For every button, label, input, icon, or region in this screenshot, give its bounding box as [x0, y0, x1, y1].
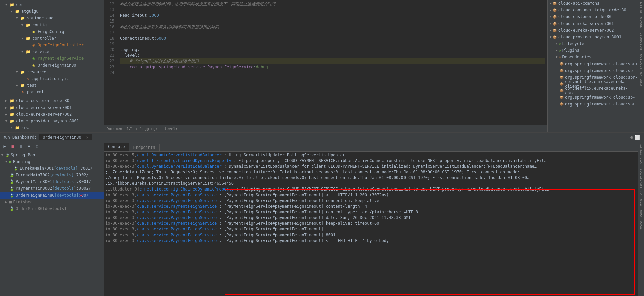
run-label-payment8001: PaymentMain8001 — [16, 179, 52, 184]
run-tree-springboot[interactable]: ▼ 🍃 Spring Boot — [0, 152, 104, 158]
tree-item-cloud-eureka7002[interactable]: ▶ 📁 cloud-eureka-server7002 — [0, 111, 104, 118]
tree-item-src[interactable]: ▶ 📁 src — [0, 124, 104, 131]
run-tree-payment8002[interactable]: 🍃 PaymentMain8002 [devtools] :8002/ — [0, 185, 104, 192]
vertical-label-structure[interactable]: Structure — [638, 142, 644, 166]
rp-dep-7[interactable]: 📦 org.springframework.cloud:spr- — [548, 101, 638, 108]
tree-item-paymentfeignservice[interactable]: ◉ PaymentFeignService — [0, 55, 104, 62]
run-btn-pause[interactable]: ⏸ — [17, 143, 24, 150]
tree-item-service[interactable]: ▼ 📁 service — [0, 48, 104, 55]
tree-item-atguigu[interactable]: ▼ 📁 atguigu — [0, 8, 104, 15]
run-tree-orderfeign80-selected[interactable]: 🍃 OrderFeignMain80 [devtools] :80/ ↙ — [0, 192, 104, 199]
arrow-lifecycle: ▶ — [556, 42, 557, 45]
rp-dependencies[interactable]: ▼ ≡ Dependencies — [548, 54, 638, 60]
console-line-14: io-80-exec-3] c.a.s.service.PaymentFeign… — [105, 226, 637, 232]
arrow-cloud-api: ▶ — [550, 2, 551, 5]
cl-msg-8: : [PaymentFeignService#paymentFeignTimeo… — [217, 192, 389, 198]
run-label-ordermain80: OrderMain80 — [16, 206, 42, 211]
folder-icon-test: 📁 — [20, 83, 25, 88]
tree-item-controller[interactable]: ▼ 📁 controller — [0, 35, 104, 42]
tree-item-springcloud[interactable]: ▼ 📁 springcloud — [0, 15, 104, 22]
dep-icon-6: 📦 — [560, 96, 564, 99]
cl-class-1: c.n.l.DynamicServerListLoadBalancer — [137, 152, 222, 158]
run-tab-orderfeign[interactable]: OrderFeignMain80 ✕ — [39, 134, 92, 140]
tree-item-appyml[interactable]: ⚙ application.yml — [0, 75, 104, 82]
code-line-21: level: — [120, 53, 545, 58]
tree-item-openfeigncontroller[interactable]: ◉ OpenFeignController — [0, 42, 104, 48]
console-line-5: :Zone; Total Requests:0; Successive conn… — [105, 175, 637, 181]
tree-item-cloud-customer[interactable]: ▶ 📁 cloud-customer-order80 — [0, 97, 104, 104]
rp-cloud-eureka-server7002[interactable]: ▶ 📦 cloud-eureka-server7002 — [548, 27, 638, 34]
cl-prefix-8: io-80-exec-3] — [105, 192, 137, 198]
tree-item-config[interactable]: ▼ 📁 config — [0, 22, 104, 28]
rp-cloud-eureka-server7001[interactable]: ▶ 📦 cloud-eureka-server7001 — [548, 20, 638, 27]
rp-cloud-customer-order80[interactable]: ▶ 📦 cloud-customer-order80 — [548, 13, 638, 20]
vertical-tools-bottom: Structure Z: Favorites Web Word Book — [638, 142, 644, 296]
tree-item-test[interactable]: ▶ 📁 test — [0, 82, 104, 89]
run-tree-running[interactable]: ▼ ▶ Running — [0, 158, 104, 165]
pkg-icon-plugins: ⚙ — [559, 49, 561, 52]
run-sidebar: ▶ ■ ⏸ ≡ ⚙ ▼ 🍃 Spring Boot ▼ ▶ Running — [0, 142, 104, 296]
rp-cloud-provider-payment8001[interactable]: ▼ 📦 cloud-provider-payment8001 — [548, 34, 638, 40]
editor-content: 12 13 14 15 16 17 18 19 20 21 22 23 24 #… — [104, 0, 547, 125]
vertical-label-z-favorites[interactable]: Z: Favorites — [638, 166, 644, 197]
rp-dep-6[interactable]: 📦 org.springframework.cloud:sp- — [548, 94, 638, 101]
code-editor: 12 13 14 15 16 17 18 19 20 21 22 23 24 #… — [104, 0, 547, 132]
rp-cloud-consumer-feign[interactable]: ▶ 📦 cloud-consumer-feign-order80 — [548, 7, 638, 13]
run-tree-ordermain80[interactable]: 🍃 OrderMain80 [devtools] — [0, 205, 104, 212]
folder-icon-resources: 📁 — [20, 70, 25, 74]
run-tree-finished[interactable]: ▶ ■ Finished — [0, 199, 104, 205]
vertical-label-wordbook[interactable]: Word Book — [638, 208, 644, 232]
tree-item-feignconfig[interactable]: ◉ FeignConfig — [0, 28, 104, 35]
settings-gear-icon[interactable]: ⚙ — [630, 135, 633, 140]
rp-dep-5[interactable]: 📦 com.netflix.eureka:eureka-core- — [548, 87, 638, 94]
vertical-label-database[interactable]: Database — [638, 30, 644, 52]
console-line-9: io-80-exec-3] c.a.s.service.PaymentFeign… — [105, 198, 637, 204]
maximize-icon[interactable]: ⬜ — [634, 135, 640, 140]
console-line-2: io-80-exec-3] c.netflix.config.ChainedDy… — [105, 158, 637, 164]
tree-item-cloud-eureka7001[interactable]: ▶ 📁 cloud-eureka-server7001 — [0, 104, 104, 111]
rp-plugins[interactable]: ▶ ⚙ Plugins — [548, 47, 638, 54]
tree-item-cloud-provider8001[interactable]: ▼ 📁 cloud-provider-payment8001 — [0, 118, 104, 124]
tree-item-orderfeignmain[interactable]: ◉ OrderFeignMain80 — [0, 62, 104, 69]
code-line-18: ConnectTimeout: 5000 — [120, 36, 545, 41]
run-btn-filter[interactable]: ≡ — [25, 143, 32, 150]
close-tab-icon[interactable]: ✕ — [86, 135, 88, 140]
file-icon-paymentfeign: ◉ — [31, 56, 36, 61]
tree-item-pomxml[interactable]: m pom.xml — [0, 89, 104, 95]
vertical-label-bean-val[interactable]: Bean Validation — [638, 52, 644, 89]
run-btn-rerun[interactable]: ▶ — [1, 143, 8, 150]
run-btn-settings[interactable]: ⚙ — [34, 143, 40, 150]
cl-prefix-2: io-80-exec-3] — [105, 158, 137, 164]
arrow-consumer-feign: ▶ — [550, 8, 551, 12]
cl-msg-12: : [PaymentFeignService#paymentFeignTimeo… — [217, 215, 411, 221]
console-tab-console[interactable]: Console — [104, 143, 129, 151]
rp-dep-1[interactable]: 📦 org.springframework.cloud:spring- — [548, 60, 638, 67]
console-tab-endpoints[interactable]: Endpoints — [129, 144, 160, 151]
run-tree-payment8001[interactable]: 🍃 PaymentMain8001 [devtools] :8001/ — [0, 178, 104, 185]
run-tree-eureka7002[interactable]: 🍃 EurekaMain7002 [devtools] :7002/ — [0, 172, 104, 178]
cl-msg-2: : Flipping property: CLOUD-PAYMENT-SERVI… — [231, 158, 546, 164]
console-line-15: io-80-exec-3] c.a.s.service.PaymentFeign… — [105, 232, 637, 238]
arrow-eureka7002: ▶ — [550, 29, 551, 32]
vertical-label-maven[interactable]: Maven — [638, 15, 644, 30]
right-panel: ▶ 📦 cloud-api-commons ▶ 📦 cloud-consumer… — [547, 0, 638, 132]
console-line-7: .istUpdater-0] c.netflix.config.ChainedD… — [105, 186, 637, 192]
cl-class-7: c.netflix.config.ChainedDynamicProperty — [139, 186, 234, 192]
rp-dep-2[interactable]: 📦 org.springframework.cloud:sp- — [548, 67, 638, 74]
folder-icon-cloud-customer: 📁 — [9, 98, 15, 103]
tree-item-resources[interactable]: ▼ 📁 resources — [0, 69, 104, 75]
cl-prefix-11: io-80-exec-3] — [105, 209, 137, 215]
vertical-label-web[interactable]: Web — [638, 197, 644, 208]
run-btn-stop[interactable]: ■ — [9, 143, 16, 150]
run-tree-eureka7001[interactable]: 🍃 EurekaMain7001 [devtools] :7001/ — [0, 165, 104, 172]
console-line-10: io-80-exec-3] c.a.s.service.PaymentFeign… — [105, 204, 637, 209]
cl-class-3: c.n.l.DynamicServerListLoadBalancer — [137, 164, 222, 169]
cl-msg-4: ;; Zone:defaultZone; Total Requests:0; S… — [105, 169, 525, 175]
rp-cloud-api-commons[interactable]: ▶ 📦 cloud-api-commons — [548, 0, 638, 7]
tree-label-springcloud: springcloud — [27, 16, 53, 20]
vertical-label-build[interactable]: Build — [638, 0, 644, 15]
comment-22: # feign日志以什么级别监控哪个接口 — [130, 58, 199, 64]
rp-lifecycle[interactable]: ▶ ⚙ Lifecycle — [548, 40, 638, 47]
tree-item-com[interactable]: ▼ 📁 com — [0, 1, 104, 8]
pkg-icon-consumer-feign: 📦 — [553, 8, 557, 12]
